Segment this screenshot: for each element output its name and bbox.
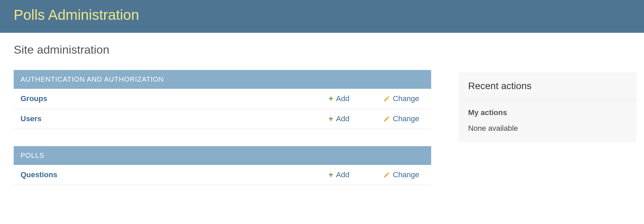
change-label: Change <box>393 94 419 103</box>
add-link-users[interactable]: + Add <box>329 114 370 123</box>
app-section-auth: AUTHENTICATION AND AUTHORIZATION Groups … <box>14 70 431 129</box>
section-header-auth[interactable]: AUTHENTICATION AND AUTHORIZATION <box>14 70 431 89</box>
sidebar-column: Recent actions My actions None available <box>459 72 636 202</box>
recent-actions-title: Recent actions <box>459 72 636 100</box>
plus-icon: + <box>329 115 333 123</box>
my-actions-subtitle: My actions <box>459 100 636 121</box>
model-row-questions: Questions + Add Change <box>14 165 431 185</box>
change-link-users[interactable]: Change <box>383 114 424 123</box>
plus-icon: + <box>329 95 333 103</box>
change-label: Change <box>393 114 419 123</box>
content: Site administration AUTHENTICATION AND A… <box>0 33 644 212</box>
header: Polls Administration <box>0 0 644 33</box>
add-link-groups[interactable]: + Add <box>329 94 370 103</box>
site-title[interactable]: Polls Administration <box>14 7 630 23</box>
model-row-users: Users + Add Change <box>14 109 431 129</box>
model-row-groups: Groups + Add Change <box>14 89 431 109</box>
recent-actions-panel: Recent actions My actions None available <box>459 72 636 142</box>
page-heading: Site administration <box>14 43 431 56</box>
main-column: Site administration AUTHENTICATION AND A… <box>14 43 431 202</box>
model-link-questions[interactable]: Questions <box>21 170 315 179</box>
pencil-icon <box>383 95 390 102</box>
app-section-polls: POLLS Questions + Add Change <box>14 146 431 185</box>
pencil-icon <box>383 171 390 178</box>
plus-icon: + <box>329 171 333 179</box>
change-label: Change <box>393 170 419 179</box>
add-label: Add <box>336 94 349 103</box>
model-link-groups[interactable]: Groups <box>21 94 315 103</box>
add-label: Add <box>336 114 349 123</box>
model-link-users[interactable]: Users <box>21 114 315 123</box>
change-link-groups[interactable]: Change <box>383 94 424 103</box>
recent-actions-empty: None available <box>459 121 636 142</box>
add-link-questions[interactable]: + Add <box>329 170 370 179</box>
section-header-polls[interactable]: POLLS <box>14 146 431 165</box>
pencil-icon <box>383 115 390 122</box>
change-link-questions[interactable]: Change <box>383 170 424 179</box>
add-label: Add <box>336 170 349 179</box>
